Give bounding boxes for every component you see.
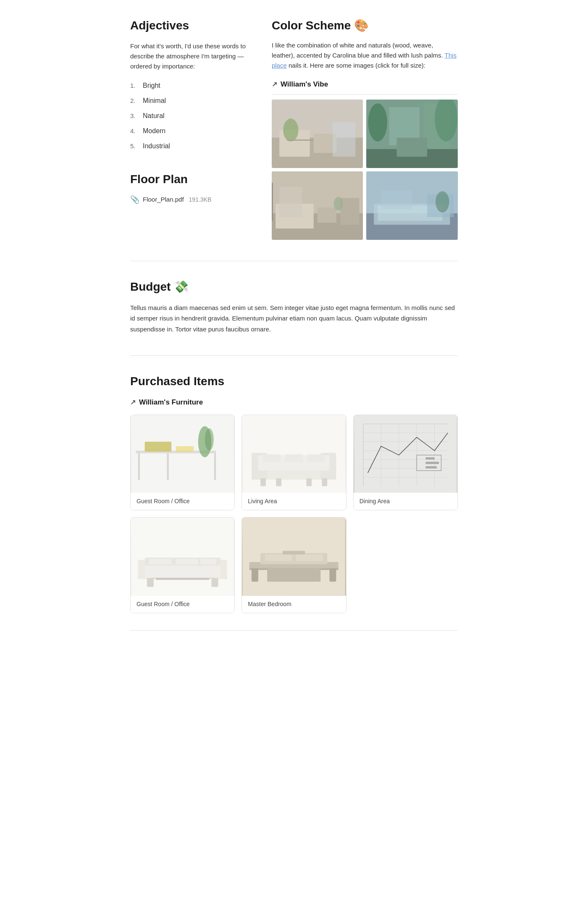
furniture-card-2[interactable]: Living Area [242,415,346,510]
svg-rect-86 [330,568,336,582]
svg-rect-78 [200,559,216,565]
furniture-grid-row2: Guest Room / Office [130,517,458,613]
divider-1 [130,261,458,261]
furniture-card-image-3 [354,415,457,493]
arrow-icon: ↗ [272,79,277,89]
budget-section: Budget 💸 Tellus mauris a diam maecenas s… [130,278,458,335]
svg-point-12 [368,103,387,142]
svg-rect-87 [267,568,320,582]
furniture-label: William's Furniture [139,397,203,408]
svg-rect-19 [318,208,336,223]
svg-rect-47 [285,454,303,462]
svg-rect-34 [138,453,140,480]
list-item: 5. Industrial [130,139,247,154]
color-desc-part2: nails it. Here are some images (click fo… [289,62,425,69]
svg-rect-81 [156,578,209,580]
furniture-card-1[interactable]: Guest Room / Office [130,415,235,510]
svg-rect-70 [131,517,234,595]
adj-label: Minimal [143,96,166,106]
empty-slot [353,517,458,613]
svg-rect-5 [333,122,355,157]
svg-rect-37 [145,441,172,451]
top-section: Adjectives For what it's worth, I'd use … [130,17,458,240]
color-scheme-title: Color Scheme 🎨 [272,17,458,34]
budget-title: Budget 💸 [130,278,458,296]
right-column: Color Scheme 🎨 I like the combination of… [272,17,458,240]
adj-label: Natural [143,111,165,121]
furniture-card-image-4 [131,517,234,595]
divider-2 [130,355,458,356]
adjectives-intro: For what it's worth, I'd use these words… [130,41,247,71]
list-item: 3. Natural [130,108,247,123]
svg-point-40 [205,428,214,451]
svg-rect-76 [149,559,171,565]
left-column: Adjectives For what it's worth, I'd use … [130,17,247,240]
adj-num: 1. [130,81,139,91]
adj-label: Industrial [143,141,170,151]
paperclip-icon: 📎 [130,194,139,205]
svg-rect-32 [131,415,234,493]
svg-rect-67 [425,457,434,460]
furniture-card-image-2 [242,415,346,493]
list-item: 1. Bright [130,78,247,93]
vibe-image-3[interactable] [272,171,363,240]
svg-rect-90 [296,554,323,561]
color-desc-part1: I like the combination of white and natu… [272,42,443,59]
svg-rect-91 [283,551,305,554]
svg-rect-49 [260,478,266,486]
purchased-title: Purchased Items [130,373,458,390]
svg-rect-50 [276,478,282,486]
budget-text: Tellus mauris a diam maecenas sed enim u… [130,302,458,335]
adj-num: 4. [130,126,139,136]
adj-num: 5. [130,142,139,151]
vibe-label: William's Vibe [281,79,328,90]
svg-rect-51 [307,478,312,486]
vibe-image-1[interactable] [272,100,363,168]
furniture-card-3[interactable]: Dining Area [353,415,458,510]
adj-num: 2. [130,96,139,106]
furniture-header: ↗ William's Furniture [130,397,458,408]
svg-rect-22 [279,187,302,217]
vibe-image-2[interactable] [366,100,458,168]
svg-rect-69 [425,466,436,468]
svg-rect-77 [176,559,198,565]
adj-label: Bright [143,81,160,91]
svg-rect-85 [252,568,258,582]
svg-rect-36 [167,453,169,480]
floor-plan-file[interactable]: 📎 Floor_Plan.pdf 191.3KB [130,194,247,205]
svg-point-23 [334,197,343,210]
furniture-card-5[interactable]: Master Bedroom [242,517,346,613]
svg-rect-68 [425,462,439,464]
adj-label: Modern [143,126,165,136]
vibe-image-4[interactable] [366,171,458,240]
card-label-3: Dining Area [354,493,457,510]
purchased-section: Purchased Items ↗ William's Furniture [130,373,458,613]
page-container: Adjectives For what it's worth, I'd use … [105,0,483,664]
svg-rect-53 [354,415,457,493]
furniture-card-image-5 [242,517,346,595]
color-scheme-desc: I like the combination of white and natu… [272,40,458,71]
adj-num: 3. [130,111,139,121]
svg-rect-21 [272,183,273,221]
card-label-1: Guest Room / Office [131,493,234,510]
adjectives-list: 1. Bright 2. Minimal 3. Natural 4. Moder… [130,78,247,154]
svg-rect-79 [147,578,154,587]
vibe-header: ↗ William's Vibe [272,79,458,95]
divider-3 [130,630,458,630]
svg-point-31 [436,191,449,213]
furniture-card-4[interactable]: Guest Room / Office [130,517,235,613]
furniture-card-image-1 [131,415,234,493]
file-size: 191.3KB [189,195,212,204]
svg-rect-89 [265,554,292,561]
svg-rect-38 [176,446,194,452]
svg-rect-52 [322,478,328,486]
floor-plan-section: Floor Plan 📎 Floor_Plan.pdf 191.3KB [130,171,247,205]
file-name: Floor_Plan.pdf [143,195,184,205]
card-label-5: Master Bedroom [242,596,346,613]
svg-rect-46 [263,454,281,462]
svg-point-4 [283,118,298,141]
card-label-4: Guest Room / Office [131,596,234,613]
svg-rect-35 [214,453,216,480]
svg-rect-80 [212,578,218,587]
card-label-2: Living Area [242,493,346,510]
